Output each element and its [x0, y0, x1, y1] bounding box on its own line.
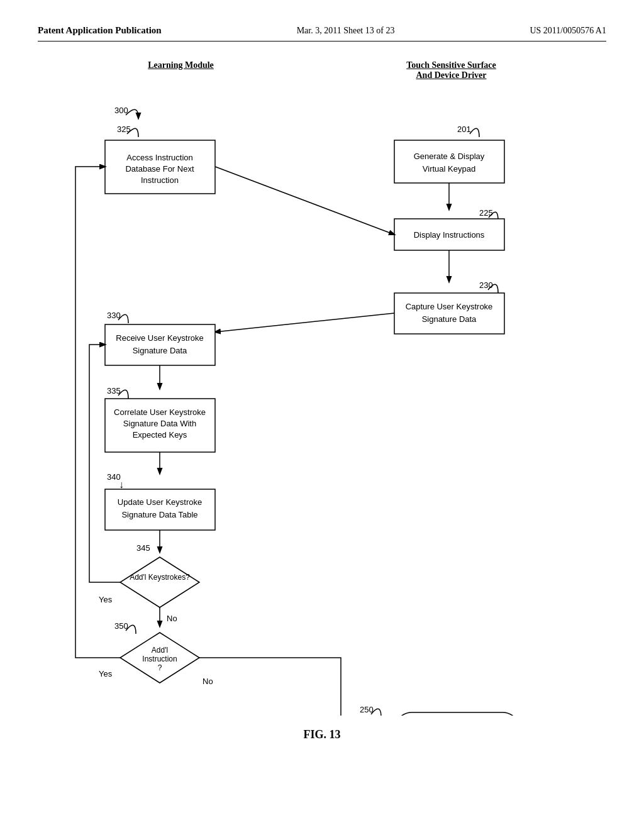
page: Patent Application Publication Mar. 3, 2… [0, 0, 644, 830]
text-350-no: No [203, 677, 213, 686]
loop-arrow-201 [470, 128, 479, 137]
text-340-line1: Update User Keystroke [118, 497, 202, 507]
text-350-line3: ? [158, 663, 162, 672]
figure-label: FIG. 13 [52, 728, 592, 741]
publication-number: US 2011/0050576 A1 [530, 26, 606, 36]
text-345-yes: Yes [99, 595, 113, 604]
text-330-line2: Signature Data [133, 346, 187, 355]
text-335-line1: Correlate User Keystroke [114, 407, 206, 417]
text-350-line2: Instruction [142, 655, 177, 663]
box-201 [394, 140, 504, 183]
label-201: 201 [457, 124, 471, 134]
text-325-line3: Instruction [141, 175, 179, 185]
label-230: 230 [479, 280, 493, 290]
label-330: 330 [107, 311, 121, 320]
text-340-line2: Signature Data Table [121, 510, 197, 519]
text-230-line1: Capture User Keystroke [406, 302, 493, 311]
label-300: 300 [114, 106, 128, 115]
arrow-345-yes [89, 345, 120, 582]
diagram: Learning Module Touch Sensitive Surface … [52, 60, 592, 741]
text-345-line1: Add'l Keystrokes? [130, 573, 190, 582]
page-header: Patent Application Publication Mar. 3, 2… [38, 25, 606, 42]
diamond-345 [120, 557, 199, 607]
text-230-line2: Signature Data [422, 314, 477, 324]
publication-title: Patent Application Publication [38, 25, 162, 36]
label-350: 350 [114, 621, 128, 631]
label-250: 250 [360, 705, 374, 714]
box-250 [394, 712, 520, 716]
right-column-label: Touch Sensitive Surface And Device Drive… [406, 60, 496, 80]
label-345: 345 [136, 543, 150, 553]
downarrow-340: ↓ [119, 479, 124, 490]
text-325-line1: Access Instruction [126, 153, 193, 162]
box-330 [105, 324, 215, 365]
label-335: 335 [107, 386, 121, 396]
text-201-line1: Generate & Display [414, 152, 485, 161]
text-330-line1: Receive User Keystroke [116, 333, 203, 343]
arrow-325-225 [215, 167, 394, 235]
text-350-yes: Yes [99, 669, 113, 678]
text-335-line3: Expected Keys [133, 430, 187, 440]
flowchart-svg: 300 325 Access Instruction Database For … [52, 87, 592, 716]
left-column-label: Learning Module [148, 60, 214, 80]
text-350-line1: Add'l [152, 646, 168, 655]
text-335-line2: Signature Data With [123, 419, 196, 428]
text-201-line2: Virtual Keypad [423, 164, 475, 174]
text-325-line2: Database For Next [125, 164, 194, 174]
arrow-230-330 [215, 313, 394, 332]
text-225: Display Instructions [414, 230, 485, 240]
column-labels: Learning Module Touch Sensitive Surface … [52, 60, 592, 80]
text-345-no: No [167, 614, 177, 623]
label-225: 225 [479, 208, 493, 218]
box-230 [394, 293, 504, 334]
publication-date: Mar. 3, 2011 Sheet 13 of 23 [297, 26, 395, 36]
